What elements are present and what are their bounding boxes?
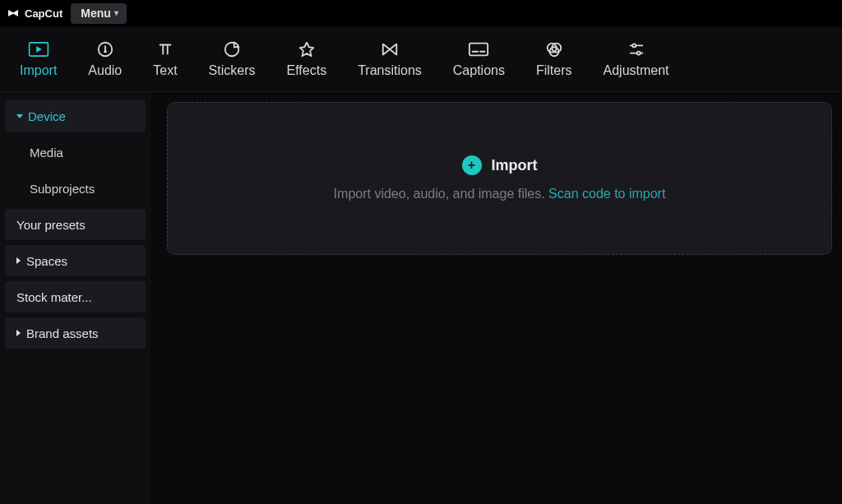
effects-icon (296, 40, 317, 58)
nav-text[interactable]: Text (151, 35, 178, 83)
capcut-logo-icon (7, 7, 20, 20)
dropzone-header: + Import (462, 155, 538, 175)
app-name: CapCut (25, 7, 62, 20)
menu-button-label: Menu (81, 7, 111, 20)
dropzone-subtitle-text: Import video, audio, and image files. (334, 187, 548, 201)
sidebar-item-label: Media (30, 146, 63, 160)
nav-effects[interactable]: Effects (285, 35, 329, 83)
nav-label: Import (20, 63, 57, 78)
chevron-down-icon: ▾ (114, 8, 118, 17)
nav-label: Effects (287, 63, 327, 78)
chevron-down-icon (16, 114, 23, 119)
sidebar-item-brand-assets[interactable]: Brand assets (5, 317, 146, 349)
chevron-right-icon (16, 257, 21, 264)
nav-captions[interactable]: Captions (451, 35, 507, 83)
nav-adjustment[interactable]: Adjustment (602, 35, 671, 83)
nav-filters[interactable]: Filters (534, 35, 574, 83)
scan-code-link[interactable]: Scan code to import (548, 187, 665, 201)
captions-icon (468, 40, 489, 58)
main-content: + Import Import video, audio, and image … (150, 92, 842, 504)
sidebar-item-label: Device (28, 109, 66, 123)
svg-rect-4 (470, 43, 488, 55)
stickers-icon (221, 40, 243, 58)
sidebar-item-label: Stock mater... (16, 290, 92, 304)
sidebar-item-device[interactable]: Device (5, 100, 146, 132)
svg-point-8 (632, 44, 636, 47)
sidebar: Device Media Subprojects Your presets Sp… (0, 92, 150, 504)
sidebar-item-label: Subprojects (30, 182, 95, 196)
sidebar-item-stock-materials[interactable]: Stock mater... (5, 281, 146, 312)
sidebar-item-label: Spaces (26, 254, 67, 268)
sidebar-item-label: Brand assets (26, 326, 99, 340)
dropzone-subtitle: Import video, audio, and image files. Sc… (334, 187, 666, 201)
svg-point-2 (104, 49, 107, 53)
nav-audio[interactable]: Audio (86, 35, 123, 83)
transitions-icon (379, 40, 400, 58)
nav-import[interactable]: Import (18, 35, 58, 83)
sidebar-item-your-presets[interactable]: Your presets (5, 209, 146, 240)
nav-label: Filters (536, 63, 572, 78)
audio-icon (95, 40, 116, 58)
chevron-right-icon (16, 330, 21, 336)
nav-label: Audio (88, 63, 122, 78)
body: Device Media Subprojects Your presets Sp… (0, 92, 842, 504)
plus-icon: + (462, 155, 482, 175)
sidebar-item-media[interactable]: Media (5, 136, 146, 168)
import-dropzone[interactable]: + Import Import video, audio, and image … (167, 102, 832, 255)
menu-button[interactable]: Menu ▾ (71, 3, 127, 24)
adjustment-icon (626, 40, 647, 58)
dropzone-title: Import (492, 157, 538, 174)
top-nav: Import Audio Text Stickers (0, 26, 842, 92)
nav-stickers[interactable]: Stickers (207, 35, 257, 83)
text-icon (155, 40, 176, 58)
nav-label: Adjustment (604, 63, 669, 78)
svg-point-9 (636, 51, 640, 54)
nav-label: Captions (453, 63, 505, 78)
sidebar-item-subprojects[interactable]: Subprojects (5, 173, 146, 204)
nav-label: Text (153, 63, 177, 78)
import-icon (28, 40, 49, 58)
sidebar-item-label: Your presets (16, 218, 86, 232)
sidebar-item-spaces[interactable]: Spaces (5, 245, 146, 276)
title-bar: CapCut Menu ▾ (0, 0, 842, 26)
nav-label: Stickers (209, 63, 256, 78)
app-logo: CapCut (7, 7, 62, 20)
nav-transitions[interactable]: Transitions (356, 35, 423, 83)
nav-label: Transitions (358, 63, 422, 78)
filters-icon (544, 40, 565, 58)
